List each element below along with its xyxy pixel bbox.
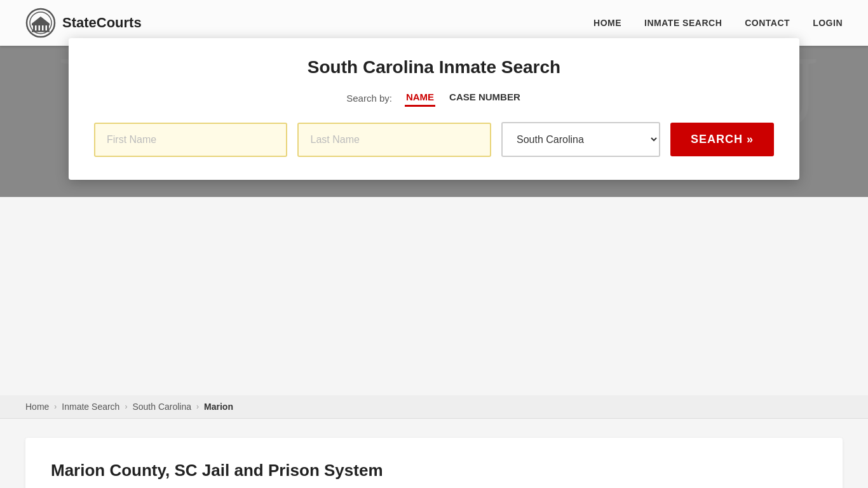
- nav-login[interactable]: LOGIN: [813, 18, 843, 28]
- svg-rect-9: [32, 30, 50, 32]
- first-name-input[interactable]: [94, 123, 287, 157]
- logo-text: StateCourts: [62, 15, 142, 31]
- breadcrumb-inmate-search[interactable]: Inmate Search: [62, 402, 119, 412]
- nav-contact[interactable]: CONTACT: [745, 18, 790, 28]
- main-content: Marion County, SC Jail and Prison System…: [0, 419, 868, 488]
- tab-name[interactable]: NAME: [405, 89, 435, 107]
- svg-rect-2: [33, 25, 35, 30]
- search-button[interactable]: SEARCH »: [670, 123, 774, 156]
- nav-home[interactable]: HOME: [593, 18, 621, 28]
- logo[interactable]: StateCourts: [25, 8, 142, 38]
- breadcrumb-state[interactable]: South Carolina: [132, 402, 191, 412]
- content-card: Marion County, SC Jail and Prison System…: [25, 438, 843, 488]
- search-inputs-row: AlabamaAlaskaArizonaArkansasCaliforniaCo…: [94, 122, 774, 157]
- breadcrumb: Home › Inmate Search › South Carolina › …: [0, 395, 868, 419]
- breadcrumb-sep-1: ›: [54, 402, 57, 411]
- breadcrumb-home[interactable]: Home: [25, 402, 49, 412]
- tab-case-number[interactable]: CASE NUMBER: [448, 89, 522, 107]
- search-title: South Carolina Inmate Search: [94, 57, 774, 78]
- svg-rect-3: [37, 25, 39, 30]
- nav-inmate-search[interactable]: INMATE SEARCH: [644, 18, 722, 28]
- search-card: South Carolina Inmate Search Search by: …: [69, 38, 799, 180]
- svg-rect-7: [32, 24, 50, 25]
- content-title: Marion County, SC Jail and Prison System: [51, 461, 817, 480]
- logo-icon: [25, 8, 56, 38]
- last-name-input[interactable]: [297, 123, 491, 157]
- state-select[interactable]: AlabamaAlaskaArizonaArkansasCaliforniaCo…: [501, 122, 660, 157]
- svg-rect-5: [44, 25, 46, 30]
- breadcrumb-sep-2: ›: [125, 402, 127, 411]
- search-by-label: Search by:: [346, 93, 392, 104]
- svg-rect-4: [40, 25, 42, 30]
- breadcrumb-current: Marion: [204, 402, 233, 412]
- search-by-row: Search by: NAME CASE NUMBER: [94, 89, 774, 107]
- svg-marker-8: [32, 17, 50, 24]
- breadcrumb-sep-3: ›: [196, 402, 199, 411]
- header: C O U R T H O U S E StateCourts HOME INM…: [0, 0, 868, 197]
- svg-rect-6: [47, 25, 49, 30]
- nav-links: HOME INMATE SEARCH CONTACT LOGIN: [593, 18, 843, 28]
- search-card-wrapper: South Carolina Inmate Search Search by: …: [69, 38, 799, 180]
